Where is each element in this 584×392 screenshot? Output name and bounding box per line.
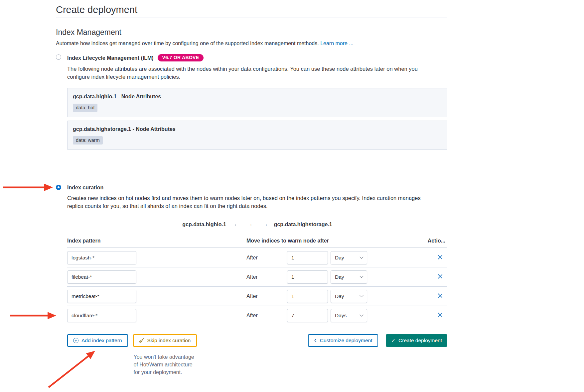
node-panel-hot: gcp.data.highio.1 - Node Attributes data… — [67, 88, 447, 117]
arrow-right-icon: → — [247, 221, 253, 227]
skip-index-curation-label: Skip index curation — [147, 338, 191, 343]
ilm-option-description: The following node attributes are associ… — [67, 65, 433, 81]
unit-select[interactable]: Day — [331, 270, 367, 284]
skip-index-curation-button[interactable]: Skip index curation — [133, 334, 197, 347]
remove-row-button[interactable] — [438, 274, 443, 279]
node-attribute-badge: data: warm — [73, 136, 103, 145]
create-deployment-button[interactable]: ✓ Create deployment — [386, 334, 447, 347]
curation-option-description: Creates new indices on hot nodes first a… — [67, 194, 433, 210]
unit-select-value: Day — [335, 255, 344, 261]
index-curation-radio[interactable] — [56, 185, 61, 190]
migration-from-node: gcp.data.highio.1 — [182, 222, 226, 227]
after-label: After — [246, 293, 287, 299]
index-pattern-input[interactable] — [67, 309, 136, 322]
title-divider — [56, 18, 447, 18]
chevron-down-icon — [360, 255, 363, 259]
learn-more-link[interactable]: Learn more ... — [320, 41, 354, 46]
ilm-option: Index Lifecycle Management (ILM) V6.7 OR… — [56, 54, 447, 150]
chevron-down-icon — [360, 313, 363, 317]
version-badge: V6.7 OR ABOVE — [158, 54, 204, 61]
page-title: Create deployment — [56, 4, 447, 15]
add-index-pattern-label: Add index pattern — [81, 338, 122, 343]
create-deployment-page: Create deployment Index Management Autom… — [0, 0, 584, 392]
section-description-text: Automate how indices get managed over ti… — [56, 41, 319, 46]
index-pattern-table: Index pattern Move indices to warm node … — [67, 238, 447, 325]
customize-deployment-label: Customize deployment — [320, 338, 372, 343]
table-row: After Day — [67, 287, 447, 306]
index-pattern-input[interactable] — [67, 270, 136, 284]
table-row: After Day — [67, 248, 447, 267]
index-pattern-input[interactable] — [67, 290, 136, 303]
after-label: After — [246, 255, 287, 261]
add-index-pattern-button[interactable]: + Add index pattern — [67, 334, 128, 347]
warm-after-value-input[interactable] — [287, 309, 328, 322]
unit-select[interactable]: Day — [331, 290, 367, 303]
node-attribute-badge: data: hot — [73, 104, 97, 112]
curation-option-label: Index curation — [67, 184, 103, 191]
plus-circle-icon: + — [73, 338, 78, 343]
section-title: Index Management — [56, 28, 447, 37]
skip-warning-text: You won't take advantage of Hot/Warm arc… — [134, 353, 197, 376]
migration-to-node: gcp.data.highstorage.1 — [274, 222, 332, 227]
node-panel-title: gcp.data.highio.1 - Node Attributes — [73, 93, 442, 100]
after-label: After — [246, 313, 287, 319]
unit-select[interactable]: Days — [331, 309, 367, 322]
col-header-index-pattern: Index pattern — [67, 238, 246, 244]
remove-row-button[interactable] — [438, 293, 443, 298]
curation-option: Index curation Creates new indices on ho… — [56, 184, 447, 376]
node-panel-title: gcp.data.highstorage.1 - Node Attributes — [73, 126, 442, 132]
arrow-right-icon: → — [263, 221, 268, 227]
after-label: After — [246, 274, 287, 280]
ilm-radio[interactable] — [56, 54, 61, 60]
arrow-right-icon: → — [232, 221, 237, 227]
broom-icon — [139, 338, 144, 343]
create-deployment-label: Create deployment — [398, 338, 442, 343]
table-header-row: Index pattern Move indices to warm node … — [67, 238, 447, 248]
table-actions-row: + Add index pattern Skip index curation — [67, 334, 447, 376]
table-row-cloudflare: After Days — [67, 306, 447, 325]
annotation-arrow — [3, 184, 53, 191]
unit-select-value: Days — [335, 313, 347, 319]
warm-after-value-input[interactable] — [287, 251, 328, 264]
warm-after-value-input[interactable] — [287, 270, 328, 284]
remove-row-button[interactable] — [438, 313, 443, 318]
ilm-option-label: Index Lifecycle Management (ILM) — [67, 55, 154, 61]
unit-select[interactable]: Day — [331, 251, 367, 264]
node-panel-warm: gcp.data.highstorage.1 - Node Attributes… — [67, 121, 447, 150]
section-description: Automate how indices get managed over ti… — [56, 40, 447, 47]
col-header-move-indices: Move indices to warm node after — [246, 238, 367, 244]
chevron-down-icon — [360, 274, 363, 278]
annotation-arrow — [10, 312, 56, 319]
chevron-left-icon: ‹ — [314, 337, 316, 344]
check-icon: ✓ — [391, 338, 395, 343]
table-row: After Day — [67, 267, 447, 287]
unit-select-value: Day — [335, 274, 344, 280]
chevron-down-icon — [360, 294, 363, 297]
col-header-actions: Actio... — [426, 238, 447, 244]
customize-deployment-button[interactable]: ‹ Customize deployment — [308, 334, 378, 347]
index-pattern-input[interactable] — [67, 251, 136, 264]
unit-select-value: Day — [335, 293, 344, 299]
remove-row-button[interactable] — [438, 255, 443, 260]
warm-after-value-input[interactable] — [287, 290, 328, 303]
migration-path: gcp.data.highio.1 → → → gcp.data.highsto… — [67, 222, 447, 228]
